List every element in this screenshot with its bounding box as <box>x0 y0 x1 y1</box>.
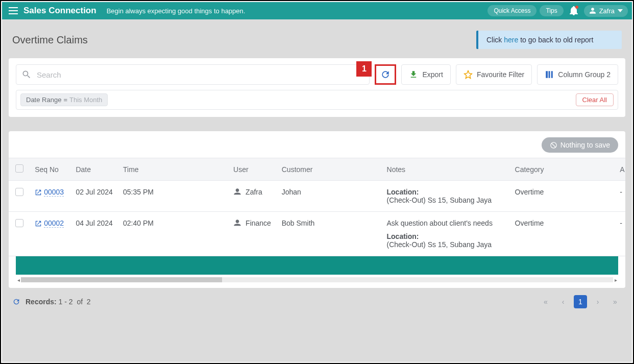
tips-button[interactable]: Tips <box>540 5 563 16</box>
favourite-label: Favourite Filter <box>477 70 524 79</box>
notes-location-label: Location: <box>387 188 505 196</box>
col-notes[interactable]: Notes <box>382 158 510 181</box>
pager-prev[interactable]: ‹ <box>556 295 570 308</box>
cell-notes: Location:(Check-Out) Ss 15, Subang Jaya <box>382 181 510 212</box>
favourite-filter-button[interactable]: Favourite Filter <box>456 64 532 85</box>
date-range-chip[interactable]: Date Range = This Month <box>20 93 108 106</box>
user-menu[interactable]: Zafra <box>584 5 628 17</box>
col-seq[interactable]: Seq No <box>30 158 70 181</box>
table-panel: Nothing to save Seq No Date Time User Cu… <box>9 131 625 288</box>
old-report-link[interactable]: here <box>504 36 518 44</box>
notification-dot <box>575 6 578 9</box>
scroll-thumb[interactable] <box>21 277 222 282</box>
cell-date: 02 Jul 2024 <box>70 181 118 212</box>
banner-prefix: Click <box>486 36 504 44</box>
cell-date: 04 Jul 2024 <box>70 212 118 256</box>
svg-line-1 <box>551 143 555 147</box>
data-table: Seq No Date Time User Customer Notes Cat… <box>9 158 625 256</box>
table-row: 00003 02 Jul 2024 05:35 PM Zafra Johan L… <box>9 181 625 212</box>
date-range-label: Date Range <box>26 96 61 104</box>
row-checkbox[interactable] <box>15 188 23 196</box>
footer: Records: 1 - 2 of 2 « ‹ 1 › » <box>2 288 632 316</box>
cell-category: Overtime <box>510 212 615 256</box>
pager-next[interactable]: › <box>591 295 604 308</box>
columns-icon <box>545 70 554 79</box>
date-range-eq: = <box>63 96 67 104</box>
refresh-icon <box>380 69 391 80</box>
cell-notes: Ask question about client's needsLocatio… <box>382 212 510 256</box>
open-external-icon <box>35 189 42 196</box>
seq-link[interactable]: 00003 <box>44 188 64 197</box>
callout-marker: 1 <box>356 61 372 77</box>
cell-category: Overtime <box>510 181 615 212</box>
user-icon <box>233 219 241 227</box>
horizontal-scrollbar[interactable]: ◂ ▸ <box>16 276 618 284</box>
notes-location: (Check-Out) Ss 15, Subang Jaya <box>387 196 505 204</box>
table-summary-bar <box>16 256 618 275</box>
open-external-icon <box>35 220 42 227</box>
save-label: Nothing to save <box>560 141 610 149</box>
export-button[interactable]: Export <box>401 64 450 85</box>
clear-all-button[interactable]: Clear All <box>576 93 614 106</box>
toolbar-panel: 1 Export Favourite Filter Column Group 2… <box>9 58 625 117</box>
col-category[interactable]: Category <box>510 158 615 181</box>
cell-last: - <box>615 212 625 256</box>
pager: « ‹ 1 › » <box>539 295 622 308</box>
date-range-value: This Month <box>69 96 102 104</box>
search-icon <box>21 69 32 80</box>
refresh-records-button[interactable] <box>12 298 20 306</box>
col-date[interactable]: Date <box>70 158 118 181</box>
column-group-label: Column Group 2 <box>558 70 611 79</box>
export-label: Export <box>422 70 443 79</box>
search-input[interactable] <box>37 70 364 79</box>
column-group-button[interactable]: Column Group 2 <box>537 64 618 85</box>
pager-first[interactable]: « <box>539 295 552 308</box>
notes-location-label: Location: <box>387 232 505 240</box>
pager-page-1[interactable]: 1 <box>574 295 587 308</box>
page-header: Overtime Claims Click here to go back to… <box>2 19 632 58</box>
col-last[interactable]: A <box>615 158 625 181</box>
col-user[interactable]: User <box>228 158 277 181</box>
cell-customer: Johan <box>277 181 382 212</box>
select-all-checkbox[interactable] <box>15 164 23 173</box>
cell-time: 05:35 PM <box>118 181 228 212</box>
ban-icon <box>550 141 557 149</box>
hamburger-icon <box>9 7 18 14</box>
page-title: Overtime Claims <box>12 34 88 46</box>
cell-user: Finance <box>246 219 271 227</box>
col-customer[interactable]: Customer <box>277 158 382 181</box>
star-icon <box>464 70 473 79</box>
pager-last[interactable]: » <box>608 295 622 308</box>
motto: Begin always expecting good things to ha… <box>107 7 246 15</box>
refresh-button[interactable] <box>375 64 396 85</box>
col-time[interactable]: Time <box>118 158 228 181</box>
records-total: 2 <box>87 298 91 306</box>
records-range: 1 - 2 <box>59 298 73 306</box>
quick-access-button[interactable]: Quick Access <box>487 5 537 16</box>
cell-customer: Bob Smith <box>277 212 382 256</box>
row-checkbox[interactable] <box>15 219 23 227</box>
filter-row: Date Range = This Month Clear All <box>16 90 618 110</box>
table-row: 00002 04 Jul 2024 02:40 PM Finance Bob S… <box>9 212 625 256</box>
nothing-to-save-badge: Nothing to save <box>542 137 618 153</box>
user-icon <box>233 188 241 196</box>
old-report-banner: Click here to go back to old report <box>476 31 622 49</box>
cell-last: - <box>615 181 625 212</box>
scroll-left-arrow[interactable]: ◂ <box>16 277 21 283</box>
app-name: Sales Connection <box>23 6 96 16</box>
records-of: of <box>77 298 83 306</box>
banner-suffix: to go back to old report <box>518 36 593 44</box>
notifications-button[interactable] <box>567 4 581 18</box>
search-box[interactable] <box>16 64 370 85</box>
records-label: Records: <box>26 298 57 306</box>
seq-link[interactable]: 00002 <box>44 219 64 228</box>
scroll-right-arrow[interactable]: ▸ <box>613 277 618 283</box>
scroll-track[interactable] <box>21 277 613 282</box>
user-avatar-icon <box>589 7 596 14</box>
download-icon <box>409 70 418 79</box>
user-name: Zafra <box>599 7 615 15</box>
cell-user: Zafra <box>246 188 262 196</box>
hamburger-button[interactable] <box>6 4 20 18</box>
topbar: Sales Connection Begin always expecting … <box>2 2 632 19</box>
chevron-down-icon <box>618 9 623 12</box>
